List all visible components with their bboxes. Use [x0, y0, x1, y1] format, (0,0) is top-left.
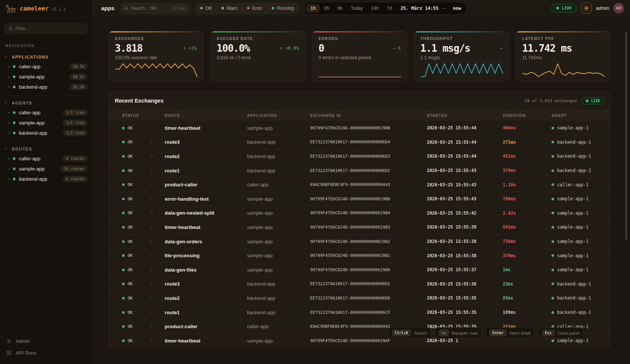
table-row[interactable]: OK↗route3backend-appEE7322370A10617-0000… — [109, 277, 610, 292]
sidebar-item-sample-app[interactable]: ▸sample-app84.1k — [0, 72, 92, 82]
sidebar-item-badge: 1/1 live — [63, 109, 88, 116]
sidebar-item-backend-app[interactable]: ▸backend-app1/1 live — [0, 128, 92, 138]
status-filter-running[interactable]: Running — [267, 3, 298, 13]
scrollbar[interactable] — [625, 32, 627, 240]
date-range-end[interactable]: now — [453, 6, 461, 11]
time-range-today[interactable]: Today — [347, 4, 367, 12]
sidebar-footer: Admin API Docs — [0, 331, 92, 364]
status-filter-warn[interactable]: Warn — [217, 3, 242, 13]
column-header-application[interactable]: APPLICATION⋮ — [247, 113, 310, 118]
open-detail-icon[interactable]: ↗ — [150, 239, 165, 244]
status-filter-ok[interactable]: OK — [196, 3, 217, 13]
agent-dot-icon — [551, 198, 554, 200]
stat-card-throughput[interactable]: THROUGHPUT1.1 msg/s→1.1 msg/s — [414, 31, 509, 81]
column-header-expand[interactable]: ⋮ — [150, 114, 165, 117]
nav-section-header-applications[interactable]: ▾APPLICATIONS — [0, 52, 92, 61]
table-row[interactable]: OK↗data-gen-orderssample-app90799F47E6CD… — [109, 235, 610, 249]
status-text: OK — [128, 239, 133, 244]
open-detail-icon[interactable]: ↗ — [150, 253, 165, 258]
stat-card-success-rate[interactable]: SUCCESS RATE100.0%↑ +0.0%3.818 ok / 0 er… — [210, 31, 306, 81]
nav-section-agents: ▾AGENTS▸caller-app1/1 live▸sample-app1/1… — [0, 95, 92, 141]
date-range-start[interactable]: 25. März 14:55 — [400, 6, 439, 11]
time-range-6h[interactable]: 6h — [334, 4, 346, 12]
agent-cell: sample-app-1 — [551, 224, 610, 230]
column-header-duration[interactable]: DURATION⋮ — [503, 113, 551, 118]
table-row[interactable]: OK↗file-processingsample-app90799F47E6CD… — [109, 249, 610, 263]
table-row[interactable]: OK↗route2backend-appEE7322370A10617-0000… — [109, 149, 610, 164]
status-filter-error[interactable]: Error — [242, 3, 267, 13]
open-detail-icon[interactable]: ↗ — [150, 225, 165, 230]
started-cell: 2026-03-25 15:55:42 — [427, 210, 503, 216]
open-detail-icon[interactable]: ↗ — [150, 267, 165, 272]
table-row[interactable]: OK↗route3backend-appEE7322370A10617-0000… — [109, 135, 610, 150]
open-detail-icon[interactable]: ↗ — [150, 197, 165, 201]
column-header-agent[interactable]: AGENT⋮ — [551, 113, 610, 118]
open-detail-icon[interactable]: ↗ — [150, 154, 165, 159]
global-search[interactable]: Search... ⌘K Ctrl+K — [120, 3, 191, 14]
sort-icon: ⋮ — [150, 114, 153, 117]
sort-icon: ⋮ — [141, 114, 144, 117]
theme-toggle-button[interactable] — [581, 3, 592, 14]
open-detail-icon[interactable]: ↗ — [150, 296, 165, 301]
sidebar-item-caller-app[interactable]: ▸caller-app4 routes — [0, 154, 92, 164]
sidebar-item-sample-app[interactable]: ▸sample-app16 routes — [0, 164, 92, 174]
live-label: LIVE — [562, 6, 572, 11]
table-row[interactable]: OK↗data-gen-filessample-app90799F47E6CD2… — [109, 263, 610, 277]
sidebar-item-label: sample-app — [19, 120, 45, 126]
table-row[interactable]: OK↗route2backend-appEE7322370A10617-0000… — [109, 291, 610, 306]
open-detail-icon[interactable]: ↗ — [150, 126, 165, 131]
live-toggle[interactable]: LIVE — [551, 4, 577, 12]
table-row[interactable]: OK↗route1backend-appEE7322370A10617-0000… — [109, 164, 610, 178]
ok-dot-icon — [122, 141, 125, 143]
table-row[interactable]: OK↗timer-heartbeatsample-app90799F47E6CD… — [109, 121, 610, 135]
status-dot-icon — [272, 7, 274, 9]
application-cell: sample-app — [247, 196, 310, 202]
agent-dot-icon — [551, 212, 554, 214]
filter-input[interactable] — [15, 26, 83, 31]
sparkline-chart — [522, 63, 604, 78]
sidebar-item-admin[interactable]: Admin — [0, 335, 92, 347]
agent-cell: backend-app-1 — [551, 310, 610, 315]
agent-name: backend-app-1 — [557, 295, 591, 301]
started-cell: 2026-03-25 15:55:38 — [427, 253, 503, 258]
logo[interactable]: cameleer v3.2.1 — [0, 0, 92, 17]
nav-section-header-routes[interactable]: ▾ROUTES — [0, 144, 92, 154]
table-row[interactable]: OK↗timer-heartbeatsample-app90799F47E6CD… — [109, 220, 610, 235]
time-range-7d[interactable]: 7d — [383, 4, 396, 12]
open-detail-icon[interactable]: ↗ — [150, 324, 165, 329]
table-live-badge[interactable]: LIVE — [582, 97, 604, 104]
stat-card-errors[interactable]: ERRORS0→ 00 errors in selected period — [312, 31, 407, 81]
chevron-right-icon: ▸ — [8, 131, 13, 135]
time-range-1h[interactable]: 1h — [307, 4, 320, 12]
avatar[interactable]: AD — [613, 3, 624, 14]
column-header-status[interactable]: STATUS⋮ — [122, 113, 150, 118]
column-header-route[interactable]: ROUTE⋮ — [165, 113, 247, 118]
sidebar-item-badge: 4 routes — [63, 155, 88, 162]
sidebar-item-sample-app[interactable]: ▸sample-app1/1 live — [0, 118, 92, 128]
open-detail-icon[interactable]: ↗ — [150, 140, 165, 144]
nav-section-header-agents[interactable]: ▾AGENTS — [0, 98, 92, 108]
time-range-24h[interactable]: 24h — [368, 4, 383, 12]
sidebar-item-backend-app[interactable]: ▸backend-app32.2k — [0, 82, 92, 92]
table-row[interactable]: OK↗data-gen-nested-splitsample-app90799F… — [109, 206, 610, 221]
open-detail-icon[interactable]: ↗ — [150, 168, 165, 173]
sidebar-filter[interactable] — [5, 23, 88, 34]
open-detail-icon[interactable]: ↗ — [150, 210, 165, 215]
sidebar-item-backend-app[interactable]: ▸backend-app6 routes — [0, 174, 92, 184]
open-detail-icon[interactable]: ↗ — [150, 281, 165, 286]
table-row[interactable]: OK↗error-handling-testsample-app90799F47… — [109, 192, 610, 206]
table-row[interactable]: OK↗product-callercaller-app69AC90BF8EBC4… — [109, 178, 610, 192]
sidebar-item-api-docs[interactable]: API Docs — [0, 347, 92, 359]
open-detail-icon[interactable]: ↗ — [150, 338, 165, 343]
time-range-3h[interactable]: 3h — [320, 4, 333, 12]
sidebar-item-caller-app[interactable]: ▸caller-app10.7k — [0, 61, 92, 72]
open-detail-icon[interactable]: ↗ — [150, 182, 165, 187]
stat-card-exchanges[interactable]: EXCHANGES3.818↑ +1%100.0% success rate — [108, 31, 204, 81]
column-header-exchange-id[interactable]: EXCHANGE ID⋮ — [310, 113, 427, 118]
column-header-label: AGENT — [551, 113, 567, 118]
sidebar-item-caller-app[interactable]: ▸caller-app1/1 live — [0, 108, 92, 118]
table-row[interactable]: OK↗route1backend-appEE7322370A10617-0000… — [109, 306, 610, 320]
open-detail-icon[interactable]: ↗ — [150, 310, 165, 315]
column-header-started[interactable]: STARTED⋮ — [427, 113, 503, 118]
stat-card-latency-p99[interactable]: LATENCY P9911.742 ms11.742ms — [516, 31, 611, 81]
